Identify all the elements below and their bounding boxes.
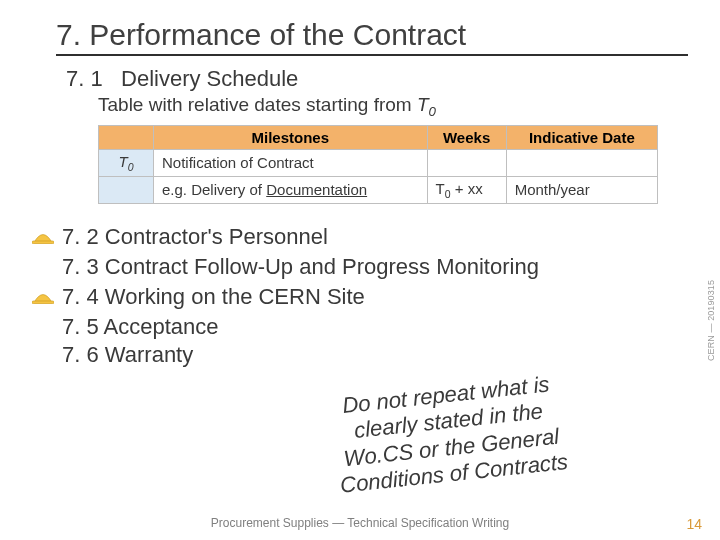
section-7-2: 7. 2 Contractor's Personnel — [62, 224, 328, 250]
cell-t0: T0 — [99, 149, 154, 176]
side-stamp: CERN — 20190315 — [706, 280, 716, 361]
cell-milestone-2: e.g. Delivery of Documentation — [154, 176, 428, 203]
page-number: 14 — [686, 516, 702, 532]
section-7-6: 7. 6 Warranty — [62, 342, 688, 368]
th-indicative-date: Indicative Date — [506, 125, 657, 149]
table-caption-prefix: Table with relative dates starting from — [98, 94, 417, 115]
svg-rect-0 — [32, 241, 54, 244]
section-7-3: 7. 3 Contract Follow-Up and Progress Mon… — [62, 254, 688, 280]
section-7-1-num: 7. 1 — [66, 66, 103, 91]
hardhat-icon — [32, 290, 54, 304]
cell-weeks-2: T0 + xx — [427, 176, 506, 203]
cell-date-2: Month/year — [506, 176, 657, 203]
cell-milestone-1: Notification of Contract — [154, 149, 428, 176]
section-7-5: 7. 5 Acceptance — [62, 314, 688, 340]
section-7-1: 7. 1 Delivery Schedule — [66, 66, 688, 92]
th-weeks: Weeks — [427, 125, 506, 149]
cell-weeks-1 — [427, 149, 506, 176]
hardhat-icon — [32, 230, 54, 244]
delivery-schedule-table: Milestones Weeks Indicative Date T0 Noti… — [98, 125, 658, 204]
sections-list: 7. 2 Contractor's Personnel 7. 3 Contrac… — [62, 222, 688, 368]
cell-date-1 — [506, 149, 657, 176]
section-7-1-label: Delivery Schedule — [121, 66, 298, 91]
table-header-row: Milestones Weeks Indicative Date — [99, 125, 658, 149]
table-caption: Table with relative dates starting from … — [98, 94, 688, 119]
cell-blank — [99, 176, 154, 203]
handwritten-note: Do not repeat what is clearly stated in … — [285, 366, 614, 504]
table-row: e.g. Delivery of Documentation T0 + xx M… — [99, 176, 658, 203]
th-blank — [99, 125, 154, 149]
svg-rect-1 — [32, 301, 54, 304]
slide-title: 7. Performance of the Contract — [56, 18, 688, 56]
footer-text: Procurement Supplies — Technical Specifi… — [0, 516, 720, 530]
section-7-4: 7. 4 Working on the CERN Site — [62, 284, 365, 310]
t0-symbol: T0 — [417, 94, 436, 115]
th-milestones: Milestones — [154, 125, 428, 149]
table-row: T0 Notification of Contract — [99, 149, 658, 176]
